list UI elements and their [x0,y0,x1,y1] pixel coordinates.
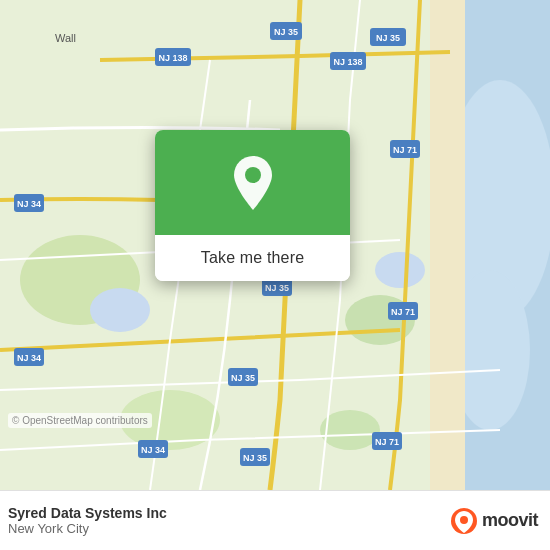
map-container: NJ 35 NJ 138 NJ 35 NJ 138 NJ 71 NJ 34 NJ… [0,0,550,490]
svg-text:NJ 71: NJ 71 [391,307,415,317]
svg-text:NJ 35: NJ 35 [274,27,298,37]
svg-text:NJ 34: NJ 34 [141,445,165,455]
svg-text:NJ 35: NJ 35 [265,283,289,293]
svg-text:NJ 35: NJ 35 [376,33,400,43]
location-name: Syred Data Systems Inc [8,505,167,521]
location-pin-icon [229,154,277,212]
moovit-logo: moovit [450,507,538,535]
svg-text:NJ 35: NJ 35 [231,373,255,383]
location-city: New York City [8,521,167,536]
svg-text:NJ 34: NJ 34 [17,199,41,209]
popup-card: Take me there [155,130,350,281]
svg-text:NJ 71: NJ 71 [393,145,417,155]
svg-point-40 [460,516,468,524]
svg-text:Wall: Wall [55,32,76,44]
location-info: Syred Data Systems Inc New York City [8,505,167,536]
svg-text:NJ 138: NJ 138 [333,57,362,67]
moovit-brand-text: moovit [482,510,538,531]
popup-header [155,130,350,235]
svg-text:NJ 35: NJ 35 [243,453,267,463]
svg-text:NJ 34: NJ 34 [17,353,41,363]
svg-point-9 [90,288,150,332]
take-me-there-button[interactable]: Take me there [155,235,350,281]
svg-point-38 [245,167,261,183]
svg-rect-4 [430,0,465,490]
svg-text:NJ 71: NJ 71 [375,437,399,447]
svg-point-10 [375,252,425,288]
map-attribution: © OpenStreetMap contributors [8,413,152,428]
svg-text:NJ 138: NJ 138 [158,53,187,63]
moovit-pin-icon [450,507,478,535]
bottom-bar: Syred Data Systems Inc New York City moo… [0,490,550,550]
